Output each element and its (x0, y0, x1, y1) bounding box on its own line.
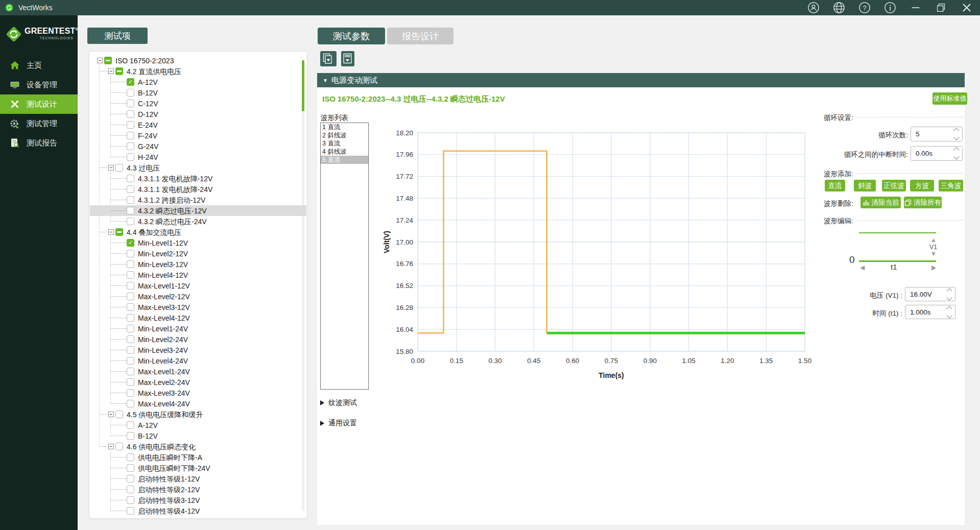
checkbox-empty[interactable] (127, 507, 134, 515)
checkbox-empty[interactable] (127, 475, 134, 483)
tree-row[interactable]: Max-Level1-24V (90, 366, 306, 377)
v1-up-arrow-icon[interactable]: ▲ (930, 237, 937, 243)
waveform-list-item[interactable]: 4 斜线波 (321, 148, 368, 156)
collapse-minus-icon[interactable] (108, 165, 114, 171)
checkbox-empty[interactable] (127, 486, 134, 493)
tree-row[interactable]: 启动特性等级2-12V (90, 484, 306, 495)
tab-report-design[interactable]: 报告设计 (387, 28, 453, 44)
language-icon[interactable] (832, 1, 846, 14)
general-settings-section[interactable]: 通用设置 (320, 419, 357, 428)
tree-row[interactable]: Min-Level4-12V (90, 270, 306, 280)
checkbox-partial[interactable] (104, 57, 112, 64)
add-waveform-button-4[interactable]: 方波 (910, 180, 934, 191)
sidebar-item-report[interactable]: 测试报告 (0, 133, 78, 153)
power-variation-section-header[interactable]: ▼ 电源变动测试 (317, 73, 965, 87)
tree-row[interactable]: Min-Level2-24V (90, 334, 306, 345)
checkbox-empty[interactable] (127, 346, 134, 354)
checkbox-empty[interactable] (127, 89, 134, 97)
checkbox-empty[interactable] (127, 293, 134, 300)
tree-row[interactable]: 4.3.2 瞬态过电压-12V (90, 205, 306, 216)
tree-row[interactable]: 4.5 供电电压缓降和缓升 (90, 409, 306, 420)
tree-row[interactable]: Max-Level3-12V (90, 302, 306, 312)
minimize-button[interactable] (909, 1, 922, 14)
checkbox-empty[interactable] (127, 110, 134, 118)
tree-row[interactable]: Max-Level2-24V (90, 377, 306, 388)
tree-row[interactable]: Min-Level3-24V (90, 345, 306, 355)
about-icon[interactable] (883, 1, 897, 14)
spin-up-icon[interactable] (946, 288, 952, 294)
tree-row[interactable]: 4.3 过电压 (90, 162, 306, 173)
tree-row[interactable]: E-24V (90, 119, 306, 130)
tree-row[interactable]: 4.4 叠加交流电压 (90, 227, 306, 237)
v1-down-arrow-icon[interactable]: ▼ (930, 251, 937, 257)
loop-interval-value[interactable]: 0.00s (911, 150, 951, 157)
sidebar-item-manage[interactable]: 测试管理 (0, 114, 78, 133)
checkbox-empty[interactable] (127, 314, 134, 322)
waveform-list-item[interactable]: 1 直流 (321, 123, 368, 131)
checkbox-empty[interactable] (127, 207, 134, 214)
checkbox-empty[interactable] (127, 175, 134, 182)
checkbox-empty[interactable] (127, 400, 134, 407)
checkbox-empty[interactable] (127, 357, 134, 365)
test-items-header-button[interactable]: 测试项 (87, 28, 148, 44)
checkbox-empty[interactable] (127, 260, 134, 268)
use-standard-values-button[interactable]: 使用标准值 (933, 92, 967, 105)
tree-row[interactable]: Min-Level4-24V (90, 355, 306, 366)
collapse-all-button[interactable] (320, 51, 337, 66)
checkbox-empty[interactable] (127, 121, 134, 129)
spin-up-icon[interactable] (946, 306, 952, 311)
v1-handle-label[interactable]: V1 (929, 244, 937, 251)
checkbox-checked[interactable]: ✓ (127, 78, 134, 86)
close-button[interactable] (960, 1, 973, 14)
tree-row[interactable]: G-24V (90, 141, 306, 152)
tree-row[interactable]: Min-Level2-12V (90, 248, 306, 259)
account-icon[interactable] (807, 1, 820, 14)
t1-right-arrow-icon[interactable]: ▶ (931, 264, 936, 271)
tree-row[interactable]: D-12V (90, 109, 306, 119)
checkbox-empty[interactable] (127, 282, 134, 290)
waveform-list-item[interactable]: 3 直流 (321, 139, 368, 148)
checkbox-empty[interactable] (127, 389, 134, 397)
tree-row[interactable]: 供电电压瞬时下降-24V (90, 463, 306, 473)
loop-count-value[interactable]: 5 (911, 130, 951, 138)
checkbox-empty[interactable] (127, 250, 134, 257)
waveform-list-item[interactable]: 2 斜线波 (321, 131, 368, 139)
sidebar-item-device[interactable]: 设备管理 (0, 75, 78, 94)
checkbox-checked[interactable]: ✓ (127, 239, 134, 247)
checkbox-empty[interactable] (127, 153, 134, 161)
tab-test-parameters[interactable]: 测试参数 (318, 28, 385, 44)
tree-row[interactable]: ISO 16750-2:2023 (90, 55, 306, 66)
ripple-test-section[interactable]: 纹波测试 (320, 398, 357, 407)
spin-down-icon[interactable] (953, 154, 959, 159)
sidebar-item-design[interactable]: 测试设计 (0, 94, 78, 114)
checkbox-empty[interactable] (127, 325, 134, 332)
tree-row[interactable]: A-12V (90, 420, 306, 430)
tree-row[interactable]: ✓A-12V (90, 77, 306, 87)
tree-row[interactable]: 4.3.1.1 发电机故障-12V (90, 173, 306, 184)
loop-count-spinner[interactable]: 5 (911, 127, 963, 141)
checkbox-empty[interactable] (115, 443, 123, 450)
spin-down-icon[interactable] (946, 295, 952, 300)
tree-row[interactable]: Max-Level4-24V (90, 398, 306, 409)
tree-row[interactable]: Max-Level2-12V (90, 291, 306, 302)
tree-row[interactable]: Max-Level3-24V (90, 388, 306, 398)
checkbox-empty[interactable] (127, 100, 134, 107)
t1-left-arrow-icon[interactable]: ◀ (860, 264, 865, 271)
checkbox-partial[interactable] (115, 228, 123, 236)
checkbox-empty[interactable] (127, 368, 134, 375)
add-waveform-button-1[interactable]: 直流 (825, 180, 845, 191)
tree-row[interactable]: Min-Level3-12V (90, 259, 306, 270)
maximize-button[interactable] (935, 1, 948, 14)
checkbox-empty[interactable] (127, 271, 134, 279)
tree-row[interactable]: 启动特性等级3-12V (90, 495, 306, 505)
collapse-minus-icon[interactable] (108, 444, 114, 449)
checkbox-empty[interactable] (127, 335, 134, 343)
collapse-minus-icon[interactable] (108, 68, 114, 74)
checkbox-empty[interactable] (115, 164, 123, 172)
time-spinner[interactable]: 1.000s (905, 305, 955, 319)
spin-up-icon[interactable] (953, 147, 959, 153)
sidebar-item-home[interactable]: 主页 (0, 56, 78, 75)
tree-row[interactable]: 4.3.1.2 跨接启动-12V (90, 195, 306, 205)
tree-row[interactable]: 4.2 直流供电电压 (90, 66, 306, 77)
tree-row[interactable]: Max-Level1-12V (90, 280, 306, 291)
